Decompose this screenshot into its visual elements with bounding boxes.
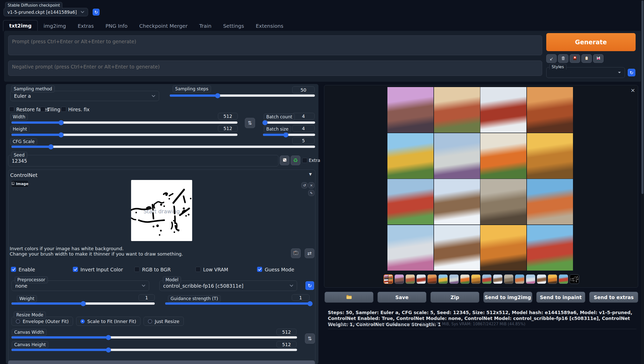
tab-train[interactable]: Train [193, 21, 217, 31]
generated-image-10[interactable] [434, 179, 480, 225]
canvas-height-value[interactable]: 512 [276, 341, 297, 348]
open-folder-button[interactable] [325, 292, 373, 303]
tab-settings[interactable]: Settings [217, 21, 250, 31]
send-to-extras-button[interactable]: Send to extras [589, 292, 638, 303]
send-to-img2img-button[interactable]: Send to img2img [483, 292, 532, 303]
generated-image-1[interactable] [387, 87, 433, 133]
hires-fix-checkbox[interactable] [61, 107, 66, 112]
tiling-checkbox[interactable] [40, 107, 45, 112]
resize-mode-option-2[interactable]: Scale to Fit (Inner Fit) [76, 317, 141, 326]
random-seed-button[interactable] [280, 156, 289, 165]
sampling-steps-slider[interactable] [170, 94, 315, 97]
enable-checkbox[interactable] [11, 267, 16, 272]
cfg-scale-slider[interactable] [11, 146, 315, 148]
gallery-thumb-4[interactable] [416, 274, 426, 284]
controlnet-image-tab[interactable]: Image [11, 180, 29, 187]
width-slider[interactable] [11, 121, 237, 124]
prompt-input[interactable] [8, 35, 542, 55]
invert-input-color-checkbox[interactable] [73, 267, 78, 272]
checkpoint-refresh-button[interactable]: ↻ [93, 9, 100, 16]
generated-image-12[interactable] [527, 179, 573, 225]
undo-button[interactable]: ↺ [301, 182, 307, 188]
tab-extensions[interactable]: Extensions [250, 21, 289, 31]
low-vram-checkbox[interactable] [195, 267, 201, 272]
guidance-strength-slider[interactable] [165, 302, 310, 305]
guidance-strength-value[interactable]: 1 [292, 294, 310, 301]
cfg-scale-value[interactable]: 5 [292, 137, 315, 144]
gallery-thumb-5[interactable] [427, 274, 437, 284]
save-button[interactable]: Save [377, 292, 426, 303]
model-refresh-button[interactable]: ↻ [305, 281, 314, 290]
gallery-thumb-14[interactable] [526, 274, 535, 284]
gallery-thumb-11[interactable] [493, 274, 502, 284]
slider-handle[interactable] [215, 93, 220, 98]
send-to-inpaint-button[interactable]: Send to inpaint [536, 292, 585, 303]
gallery-thumb-17[interactable] [559, 274, 568, 284]
generated-image-4[interactable] [527, 87, 573, 133]
generated-image-14[interactable] [434, 225, 480, 271]
tab-img2img[interactable]: img2img [38, 21, 72, 31]
tab-png-info[interactable]: PNG Info [100, 21, 133, 31]
gallery-thumb-2[interactable] [395, 274, 404, 284]
clear-prompt-button[interactable] [558, 54, 568, 63]
slider-handle[interactable] [48, 144, 53, 149]
scrollbar-thumb[interactable] [641, 1, 643, 194]
swap-width-height-button[interactable]: ⇅ [245, 118, 255, 128]
mirror-webcam-button[interactable]: ⇄ [305, 248, 314, 258]
restore-faces-checkbox[interactable] [9, 107, 14, 112]
page-scrollbar[interactable] [641, 0, 644, 364]
generated-image-7[interactable] [480, 133, 526, 179]
slider-handle[interactable] [59, 120, 64, 125]
gallery-thumb-3[interactable] [405, 274, 415, 284]
batch-count-value[interactable]: 4 [292, 113, 315, 120]
generated-image-16[interactable] [527, 225, 573, 271]
gallery-thumb-15[interactable] [537, 274, 546, 284]
batch-size-value[interactable]: 4 [292, 125, 315, 132]
gallery-thumb-grid-selected[interactable] [384, 274, 393, 284]
generated-image-5[interactable] [387, 133, 433, 179]
tab-txt2img[interactable]: txt2img [3, 20, 38, 31]
collapse-arrow-icon[interactable]: ▼ [309, 172, 312, 176]
style-card-button[interactable] [570, 54, 580, 63]
generated-image-6[interactable] [434, 133, 480, 179]
negative-prompt-input[interactable] [8, 61, 542, 76]
generated-image-8[interactable] [527, 133, 573, 179]
canvas-height-slider[interactable] [11, 349, 297, 351]
gallery-thumb-scribble[interactable] [570, 274, 579, 284]
brush-button[interactable]: ✎ [308, 190, 314, 196]
slider-handle[interactable] [307, 301, 313, 306]
weight-slider[interactable] [11, 302, 155, 305]
zip-button[interactable]: Zip [430, 292, 479, 303]
slider-handle[interactable] [106, 335, 111, 340]
batch-size-slider[interactable] [263, 134, 315, 136]
canvas-width-slider[interactable] [11, 336, 297, 339]
generated-image-11[interactable] [480, 179, 526, 225]
batch-count-slider[interactable] [263, 121, 315, 124]
height-slider[interactable] [11, 134, 237, 136]
guess-mode-checkbox[interactable] [257, 267, 262, 272]
gallery-thumb-16[interactable] [548, 274, 557, 284]
generated-image-15[interactable] [480, 225, 526, 271]
swap-canvas-dims-button[interactable]: ⇅ [305, 333, 315, 344]
save-style-button[interactable] [593, 54, 604, 63]
tab-extras[interactable]: Extras [72, 21, 100, 31]
extra-seed-checkbox[interactable] [302, 158, 307, 163]
gallery-thumb-9[interactable] [471, 274, 481, 284]
gallery-thumb-10[interactable] [482, 274, 492, 284]
slider-handle[interactable] [106, 347, 111, 353]
checkpoint-dropdown[interactable]: v1-5-pruned.ckpt [e1441589a6] [4, 8, 88, 16]
slider-handle[interactable] [283, 132, 288, 137]
tab-checkpoint-merger[interactable]: Checkpoint Merger [133, 21, 193, 31]
canvas-width-value[interactable]: 512 [276, 329, 297, 335]
slider-handle[interactable] [81, 301, 86, 306]
slider-handle[interactable] [59, 132, 64, 137]
clear-canvas-button[interactable]: × [308, 182, 314, 188]
weight-value[interactable]: 1 [138, 294, 155, 301]
reuse-seed-button[interactable]: ♻ [291, 156, 300, 165]
close-gallery-icon[interactable]: × [631, 88, 635, 93]
gallery-thumb-12[interactable] [504, 274, 513, 284]
sampling-steps-value[interactable]: 50 [292, 86, 315, 93]
generated-image-3[interactable] [480, 87, 526, 133]
width-value[interactable]: 512 [218, 113, 238, 120]
generated-image-13[interactable] [387, 225, 433, 271]
